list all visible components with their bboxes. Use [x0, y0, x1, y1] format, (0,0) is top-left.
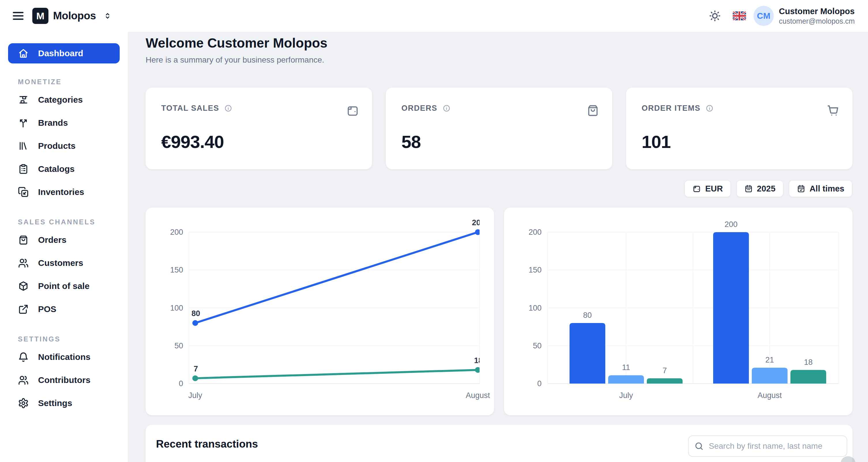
sidebar-item-pos[interactable]: POS: [8, 298, 120, 321]
sidebar-group-monetize: Categories Brands Products Catalogs: [8, 88, 120, 204]
total-sales-card: TOTAL SALES €993.40: [146, 88, 372, 169]
sidebar-item-label: Orders: [38, 235, 66, 245]
svg-text:7: 7: [193, 365, 198, 373]
filters-row: EUR 2025 All times: [146, 180, 852, 197]
sidebar-item-label: Inventories: [38, 187, 84, 197]
orders-value: 58: [401, 131, 599, 152]
svg-text:200: 200: [170, 228, 183, 237]
info-icon[interactable]: [706, 104, 713, 112]
page-subtitle: Here is a summary of your business perfo…: [146, 55, 852, 65]
svg-text:80: 80: [583, 311, 592, 319]
user-block[interactable]: Customer Molopos customer@molopos.cm: [779, 6, 855, 26]
orders-card: ORDERS 58: [386, 88, 612, 169]
sidebar-group-settings: Notifications Contributors Settings: [8, 345, 120, 415]
sidebar-item-orders[interactable]: Orders: [8, 228, 120, 251]
order-items-card: ORDER ITEMS 101: [626, 88, 852, 169]
svg-text:150: 150: [170, 266, 183, 274]
svg-text:July: July: [619, 391, 633, 400]
shopping-bag-icon: [18, 235, 29, 245]
dashboard-page: M Molopos CM: [0, 0, 868, 462]
package-icon: [18, 281, 29, 291]
svg-text:50: 50: [175, 341, 183, 350]
avatar[interactable]: CM: [753, 6, 774, 26]
recent-transactions-title: Recent transactions: [156, 438, 258, 450]
svg-text:200: 200: [724, 220, 737, 229]
svg-text:0: 0: [537, 379, 541, 388]
sidebar-item-label: Settings: [38, 398, 72, 408]
svg-text:100: 100: [170, 304, 183, 312]
sidebar-item-point-of-sale[interactable]: Point of sale: [8, 275, 120, 298]
filter-currency-button[interactable]: EUR: [684, 180, 731, 197]
charts-row: 05010015020080200718JulyAugust 050100150…: [146, 208, 852, 415]
wallet-icon: [692, 184, 701, 193]
transactions-search: [688, 435, 847, 457]
transactions-search-input[interactable]: [688, 435, 847, 457]
brand-name: Molopos: [53, 10, 96, 22]
user-name: Customer Molopos: [779, 6, 855, 17]
svg-text:July: July: [188, 391, 203, 400]
filter-period-button[interactable]: All times: [789, 180, 852, 197]
total-sales-value: €993.40: [161, 131, 359, 152]
chevrons-up-down-icon[interactable]: [103, 11, 112, 21]
info-icon[interactable]: [443, 104, 451, 112]
catalogs-icon: [18, 163, 29, 175]
sidebar-item-dashboard[interactable]: Dashboard: [8, 43, 120, 63]
sidebar-item-notifications[interactable]: Notifications: [8, 345, 120, 369]
topbar: M Molopos CM: [0, 0, 868, 32]
calendar-check-icon: [797, 184, 805, 193]
users-icon: [18, 375, 29, 386]
sidebar-section-monetize: MONETIZE: [18, 78, 120, 86]
svg-text:11: 11: [622, 363, 630, 372]
sidebar-item-label: Notifications: [38, 352, 91, 362]
sidebar-item-label: Contributors: [38, 375, 91, 385]
sidebar-item-inventories[interactable]: Inventories: [8, 181, 120, 204]
sidebar-item-customers[interactable]: Customers: [8, 251, 120, 275]
sidebar-item-brands[interactable]: Brands: [8, 111, 120, 134]
sidebar-item-label: POS: [38, 304, 56, 314]
sidebar-item-settings[interactable]: Settings: [8, 392, 120, 415]
sidebar-item-categories[interactable]: Categories: [8, 88, 120, 111]
brands-icon: [18, 117, 29, 128]
sidebar-item-label: Categories: [38, 95, 83, 105]
stat-card-label: ORDERS: [401, 104, 437, 113]
bell-icon: [18, 351, 29, 363]
order-items-value: 101: [642, 131, 840, 152]
stat-card-label: ORDER ITEMS: [642, 104, 701, 113]
svg-text:0: 0: [179, 379, 183, 388]
sidebar-item-products[interactable]: Products: [8, 134, 120, 157]
svg-text:200: 200: [529, 228, 541, 237]
sidebar-item-label: Products: [38, 141, 75, 151]
filter-year-button[interactable]: 2025: [736, 180, 784, 197]
sidebar-item-label: Dashboard: [38, 49, 83, 58]
calendar-icon: [744, 184, 753, 193]
sidebar-item-label: Customers: [38, 258, 83, 268]
sidebar-section-settings: SETTINGS: [18, 335, 120, 343]
external-link-icon: [18, 304, 29, 315]
uk-flag-icon[interactable]: [733, 11, 746, 21]
menu-icon[interactable]: [11, 9, 25, 23]
info-icon[interactable]: [224, 104, 232, 112]
home-icon: [18, 48, 29, 59]
shopping-cart-icon: [827, 104, 840, 117]
topbar-actions: CM Customer Molopos customer@molopos.cm: [709, 6, 855, 26]
brand-initial: M: [36, 10, 44, 22]
sales-line-chart-card: 05010015020080200718JulyAugust: [146, 208, 494, 415]
products-icon: [18, 141, 29, 151]
page-title: Welcome Customer Molopos: [146, 35, 852, 51]
sidebar-item-label: Point of sale: [38, 281, 89, 291]
users-icon: [18, 257, 29, 269]
sun-icon[interactable]: [709, 9, 721, 22]
svg-text:100: 100: [529, 304, 541, 312]
svg-text:August: August: [466, 391, 490, 400]
sidebar-item-catalogs[interactable]: Catalogs: [8, 157, 120, 181]
sidebar: Dashboard MONETIZE Categories Brands Pr: [0, 32, 128, 462]
wallet-icon: [346, 104, 359, 117]
svg-text:7: 7: [662, 366, 667, 375]
stat-card-label: TOTAL SALES: [161, 104, 219, 113]
svg-text:21: 21: [765, 356, 774, 364]
svg-text:150: 150: [529, 266, 541, 274]
recent-transactions-card: Recent transactions: [146, 425, 852, 462]
sales-bar-chart-card: 050100150200802001121718JulyAugust: [504, 208, 852, 415]
sales-line-chart: 05010015020080200718JulyAugust: [146, 208, 494, 415]
sidebar-item-contributors[interactable]: Contributors: [8, 369, 120, 392]
